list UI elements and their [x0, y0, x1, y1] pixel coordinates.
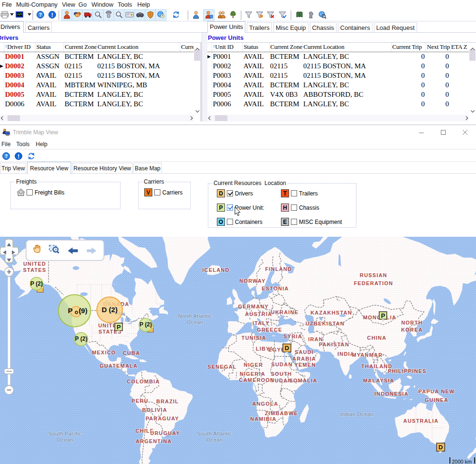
svg-text:P (2): P (2) — [30, 280, 43, 287]
svg-text:D: D — [439, 444, 443, 451]
svg-text:South Atlantic: South Atlantic — [197, 431, 232, 436]
svg-text:GUATEMALA: GUATEMALA — [100, 363, 138, 369]
svg-text:PHILIPPINES: PHILIPPINES — [388, 368, 427, 374]
svg-text:NIGER: NIGER — [244, 362, 263, 368]
svg-text:TUNISIA: TUNISIA — [242, 335, 266, 341]
svg-text:!: ! — [18, 153, 19, 159]
svg-text:Indian Ocean: Indian Ocean — [340, 411, 373, 417]
svg-text:KOREA: KOREA — [401, 327, 423, 333]
svg-text:AUSTRIA: AUSTRIA — [245, 311, 272, 317]
svg-text:PARAGUAY: PARAGUAY — [146, 416, 179, 421]
svg-text:ARABIA: ARABIA — [292, 356, 316, 362]
svg-text:D: D — [285, 344, 289, 352]
svg-text:MEXICO: MEXICO — [92, 350, 116, 355]
svg-text:STATES: STATES — [23, 267, 47, 273]
svg-text:UZBEKISTAN: UZBEKISTAN — [306, 321, 345, 326]
svg-text:CHINA: CHINA — [367, 335, 387, 341]
svg-text:NORTH: NORTH — [401, 320, 422, 325]
svg-text:SUDAN: SUDAN — [271, 362, 292, 367]
svg-text:UKRAINE: UKRAINE — [271, 309, 299, 315]
svg-text:CAMEROON: CAMEROON — [239, 377, 275, 383]
svg-text:URUGUAY: URUGUAY — [150, 430, 180, 436]
svg-text:Ocean: Ocean — [206, 437, 223, 443]
svg-text:BRAZIL: BRAZIL — [156, 399, 179, 404]
svg-text:Ocean: Ocean — [57, 437, 73, 443]
svg-text:NAMIBIA: NAMIBIA — [250, 416, 276, 422]
svg-text:SOMALIA: SOMALIA — [289, 378, 317, 383]
svg-text:MALAYSIA: MALAYSIA — [363, 378, 394, 383]
svg-text:KAZAKHSTAN: KAZAKHSTAN — [310, 310, 352, 316]
svg-text:?: ? — [39, 12, 42, 18]
svg-text:2000 km: 2000 km — [452, 459, 472, 464]
svg-text:FEDERATION: FEDERATION — [354, 280, 393, 286]
svg-text:P: P — [68, 306, 73, 315]
svg-text:MYANMAR: MYANMAR — [352, 352, 383, 358]
svg-text:P (2): P (2) — [75, 335, 87, 342]
svg-text:SENEGAL: SENEGAL — [207, 364, 237, 370]
svg-text:ANGOLA: ANGOLA — [252, 401, 279, 407]
svg-text:GERMANY: GERMANY — [238, 304, 269, 309]
svg-text:RUSSIAN: RUSSIAN — [360, 272, 387, 278]
svg-text:PERU: PERU — [131, 398, 148, 404]
svg-text:NIGERIA: NIGERIA — [240, 371, 265, 377]
svg-text:UNITED: UNITED — [23, 261, 46, 267]
svg-text:(9): (9) — [79, 306, 87, 315]
svg-text:NORWAY: NORWAY — [239, 278, 266, 284]
svg-text:ESTONIA: ESTONIA — [261, 286, 289, 291]
svg-text:Ocean: Ocean — [187, 319, 203, 325]
svg-text:?: ? — [5, 154, 8, 159]
svg-text:SYRIA: SYRIA — [283, 334, 302, 339]
svg-text:ARGENTINA: ARGENTINA — [136, 438, 172, 444]
svg-text:D (2): D (2) — [102, 306, 117, 314]
svg-text:North Atlantic: North Atlantic — [178, 313, 212, 319]
svg-text:INDONESIA: INDONESIA — [374, 391, 409, 397]
svg-text:SAUDI: SAUDI — [295, 349, 314, 355]
svg-text:ITALY: ITALY — [252, 320, 270, 326]
svg-text:P: P — [381, 312, 385, 319]
svg-text:PAPUA NEW: PAPUA NEW — [419, 389, 455, 394]
svg-text:PAKISTAN: PAKISTAN — [319, 342, 349, 347]
svg-text:FINLAND: FINLAND — [265, 266, 292, 272]
svg-text:GUINEA: GUINEA — [425, 397, 448, 403]
svg-text:o: o — [75, 309, 78, 316]
svg-text:ICELAND: ICELAND — [202, 267, 229, 273]
svg-text:ZIMBABWE: ZIMBABWE — [265, 410, 298, 416]
svg-text:P: P — [117, 324, 121, 331]
svg-text:COLOMBIA: COLOMBIA — [127, 379, 159, 384]
svg-text:!: ! — [51, 12, 53, 19]
svg-text:BOLIVIA: BOLIVIA — [142, 407, 167, 413]
svg-text:YEMEN: YEMEN — [294, 362, 316, 368]
svg-text:SOUTH: SOUTH — [271, 371, 292, 377]
svg-text:GREECE: GREECE — [257, 327, 282, 333]
svg-text:AUSTRALIA: AUSTRALIA — [403, 418, 439, 424]
svg-text:P (2): P (2) — [140, 321, 152, 328]
svg-text:South Pacific: South Pacific — [48, 431, 82, 436]
svg-text:CUBA: CUBA — [123, 350, 140, 356]
